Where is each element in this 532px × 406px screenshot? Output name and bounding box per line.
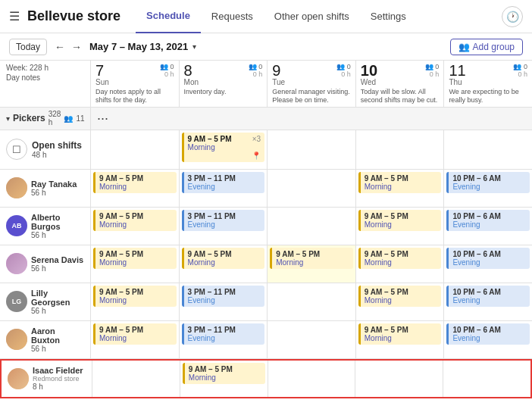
employee-left-lilly: LG Lilly Georgsen56 h [0, 283, 91, 320]
open-shift-cell-8[interactable]: 9 AM – 5 PM ×3 Morning 📍 [180, 130, 268, 169]
employee-left-serena: Serena Davis56 h [0, 245, 91, 283]
day-num-10: 10 [361, 63, 377, 78]
cell-ray-11[interactable]: 10 PM – 6 AM Evening [444, 170, 532, 207]
cell-ab-9[interactable] [268, 208, 356, 245]
day-header-section: Week: 228 h Day notes 7 Sun 👥 00 h Day n… [0, 61, 532, 108]
group-people-count: 11 [76, 114, 84, 123]
day-num-8: 8 [184, 63, 199, 78]
dots-icon[interactable]: ··· [97, 111, 108, 126]
add-group-label: Add group [473, 42, 515, 52]
open-shift-cell-10[interactable] [356, 130, 445, 169]
group-header-left: ▾ Pickers 328 h 👥 11 [0, 108, 91, 130]
cell-aa-11[interactable]: 10 PM – 6 AM Evening [444, 321, 532, 358]
employee-left-alberto: AB Alberto Burgos56 h [0, 208, 91, 245]
shift-time: 9 AM – 5 PM [276, 250, 349, 258]
avatar-ray [6, 177, 27, 198]
chevron-icon[interactable]: ▾ [6, 114, 10, 123]
cell-sd-8[interactable]: 9 AM – 5 PM Morning [180, 245, 268, 283]
emp-name-ray: Ray Tanaka [31, 180, 77, 189]
cell-if-9[interactable] [268, 361, 356, 397]
shift-label: Evening [452, 220, 526, 229]
emp-hours-lilly: 56 h [31, 307, 84, 315]
shift-label: Morning [365, 220, 438, 229]
cell-sd-9[interactable]: 9 AM – 5 PM Morning [268, 245, 356, 283]
day-header-10: 10 Wed 👥 00 h Today will be slow. All se… [356, 61, 445, 107]
history-icon[interactable]: 🕐 [502, 6, 523, 27]
cell-if-11[interactable] [443, 361, 530, 397]
day-notes-label: Day notes [6, 73, 84, 82]
add-group-icon: 👥 [458, 42, 470, 52]
cell-ray-9[interactable] [268, 170, 356, 207]
open-shift-cell-11[interactable] [444, 130, 532, 169]
shift-label: Morning [365, 296, 438, 304]
cell-ray-10[interactable]: 9 AM – 5 PM Morning [356, 170, 445, 207]
shift-time: 10 PM – 6 AM [452, 174, 526, 183]
shift-label: Evening [188, 220, 261, 229]
today-button[interactable]: Today [9, 39, 47, 55]
employee-left-isaac: Isaac Fielder Redmond store 8 h [2, 361, 92, 397]
open-shift-cell-7[interactable] [91, 130, 180, 169]
shift-label: Evening [188, 183, 261, 191]
prev-arrow[interactable]: ← [52, 39, 68, 55]
emp-name-alberto: Alberto Burgos [31, 213, 84, 231]
cell-lg-9[interactable] [268, 283, 356, 320]
cell-ray-8[interactable]: 3 PM – 11 PM Evening [180, 170, 268, 207]
cell-aa-9[interactable] [268, 321, 356, 358]
cell-ab-7[interactable]: 9 AM – 5 PM Morning [91, 208, 180, 245]
date-range: May 7 – May 13, 2021 [89, 41, 188, 52]
day-num-7: 7 [95, 63, 109, 78]
shift-count: ×3 [252, 135, 261, 143]
open-shifts-row: ☐ Open shifts 48 h 9 AM – 5 PM ×3 [0, 130, 532, 170]
shift-time: 10 PM – 6 AM [452, 326, 526, 334]
cell-lg-8[interactable]: 3 PM – 11 PM Evening [180, 283, 268, 320]
cell-aa-7[interactable]: 9 AM – 5 PM Morning [91, 321, 180, 358]
emp-name-serena: Serena Davis [31, 255, 83, 264]
shift-time: 9 AM – 5 PM [365, 326, 438, 334]
top-bar: ☰ Bellevue store Schedule Requests Other… [0, 0, 532, 33]
cell-ray-7[interactable]: 9 AM – 5 PM Morning [91, 170, 180, 207]
group-header-dots[interactable]: ··· [91, 111, 532, 126]
avatar-aaron [6, 329, 27, 350]
employee-left-ray: Ray Tanaka56 h [0, 170, 91, 207]
cell-ab-10[interactable]: 9 AM – 5 PM Morning [356, 208, 445, 245]
cell-aa-8[interactable]: 3 PM – 11 PM Evening [180, 321, 268, 358]
tab-requests[interactable]: Requests [201, 0, 264, 33]
shift-time: 9 AM – 5 PM [99, 326, 173, 334]
shift-label: Morning [99, 296, 173, 304]
day-note-7: Day notes apply to all shifts for the da… [95, 88, 174, 105]
emp-name-aaron: Aaron Buxton [31, 326, 84, 345]
cell-sd-7[interactable]: 9 AM – 5 PM Morning [91, 245, 180, 283]
cell-if-7[interactable] [92, 361, 180, 397]
shift-label: Morning [365, 183, 438, 191]
add-group-button[interactable]: 👥 Add group [450, 39, 523, 55]
hamburger-icon[interactable]: ☰ [9, 9, 20, 23]
day-note-10: Today will be slow. All second shifts ma… [361, 88, 440, 105]
shift-block-morning[interactable]: 9 AM – 5 PM ×3 Morning 📍 [182, 133, 265, 162]
tab-schedule[interactable]: Schedule [136, 0, 201, 33]
cell-if-10[interactable] [355, 361, 443, 397]
group-people-icon: 👥 [64, 114, 73, 123]
cell-if-8[interactable]: 9 AM – 5 PM Morning [180, 361, 268, 397]
group-hours: 328 h [49, 110, 61, 126]
shift-label: Morning [99, 183, 173, 191]
group-name: Pickers [13, 113, 45, 123]
cell-sd-11[interactable]: 10 PM – 6 AM Evening [444, 245, 532, 283]
chevron-down-icon[interactable]: ▾ [192, 42, 196, 51]
emp-name-isaac: Isaac Fielder [33, 366, 83, 375]
cell-lg-11[interactable]: 10 PM – 6 AM Evening [444, 283, 532, 320]
tab-other-open-shifts[interactable]: Other open shifts [264, 0, 360, 33]
week-hours: Week: 228 h [6, 64, 84, 72]
cell-sd-10[interactable]: 9 AM – 5 PM Morning [356, 245, 445, 283]
tab-settings[interactable]: Settings [360, 0, 417, 33]
avatar-lilly: LG [6, 291, 27, 312]
shift-label: Evening [452, 183, 526, 191]
open-shift-cell-9[interactable] [268, 130, 356, 169]
cell-aa-10[interactable]: 9 AM – 5 PM Morning [356, 321, 445, 358]
day-header-7: 7 Sun 👥 00 h Day notes apply to all shif… [91, 61, 180, 107]
open-shifts-label: Open shifts [32, 140, 82, 151]
cell-lg-7[interactable]: 9 AM – 5 PM Morning [91, 283, 180, 320]
cell-ab-11[interactable]: 10 PM – 6 AM Evening [444, 208, 532, 245]
cell-lg-10[interactable]: 9 AM – 5 PM Morning [356, 283, 445, 320]
next-arrow[interactable]: → [68, 39, 85, 55]
cell-ab-8[interactable]: 3 PM – 11 PM Evening [180, 208, 268, 245]
